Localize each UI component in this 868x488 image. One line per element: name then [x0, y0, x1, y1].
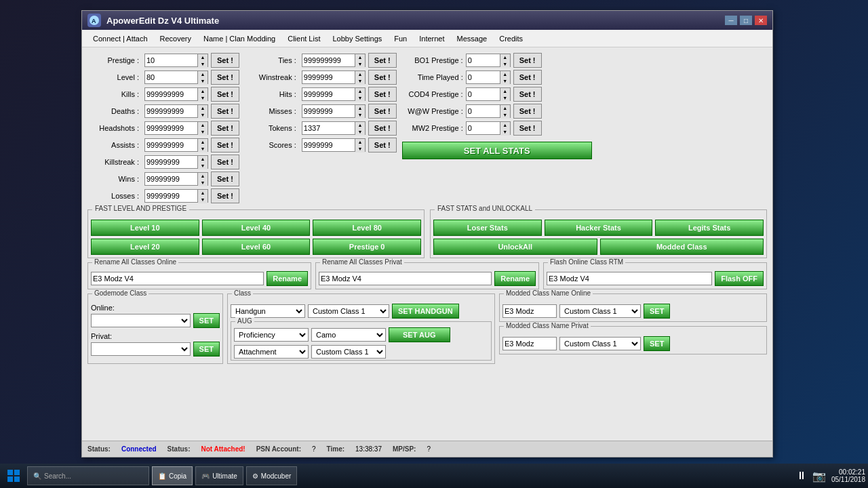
scores-set-button[interactable]: Set ! [368, 138, 397, 152]
level10-button[interactable]: Level 10 [91, 220, 199, 236]
wawprestige-spin-up[interactable]: ▲ [500, 105, 510, 112]
prestige-spin-up[interactable]: ▲ [198, 54, 208, 61]
mw2prestige-spin-up[interactable]: ▲ [500, 122, 510, 129]
killstreak-input[interactable] [144, 155, 197, 169]
godemode-online-select[interactable] [91, 314, 191, 327]
mw2prestige-set-button[interactable]: Set ! [513, 121, 542, 136]
menu-internet[interactable]: Internet [414, 33, 450, 45]
close-button[interactable]: ✕ [755, 16, 767, 25]
menu-fun[interactable]: Fun [389, 33, 412, 45]
timeplayed-spin-down[interactable]: ▼ [500, 78, 510, 85]
headshots-set-button[interactable]: Set ! [211, 121, 239, 136]
ties-set-button[interactable]: Set ! [368, 53, 397, 68]
timeplayed-set-button[interactable]: Set ! [513, 70, 542, 85]
winstreak-set-button[interactable]: Set ! [368, 70, 397, 85]
deaths-set-button[interactable]: Set ! [211, 104, 239, 119]
cod4prestige-set-button[interactable]: Set ! [513, 87, 542, 102]
menu-message[interactable]: Message [452, 33, 493, 45]
godemode-online-set-button[interactable]: SET [193, 313, 220, 328]
menu-lobby[interactable]: Lobby Settings [327, 33, 387, 45]
level-set-button[interactable]: Set ! [211, 70, 239, 85]
timeplayed-input[interactable] [466, 70, 500, 84]
tokens-input[interactable] [302, 121, 355, 135]
headshots-input[interactable] [144, 121, 197, 135]
level-input[interactable] [144, 70, 197, 84]
misses-spin-down[interactable]: ▼ [355, 112, 365, 119]
losses-input[interactable] [144, 189, 197, 203]
bo1prestige-set-button[interactable]: Set ! [513, 53, 542, 68]
cod4prestige-input[interactable] [466, 87, 500, 101]
wins-spin-up[interactable]: ▲ [198, 173, 208, 180]
rename-privat-input[interactable] [319, 272, 492, 285]
losses-set-button[interactable]: Set ! [211, 188, 239, 203]
kills-set-button[interactable]: Set ! [211, 87, 239, 102]
kills-spin-up[interactable]: ▲ [198, 88, 208, 95]
assists-input[interactable] [144, 138, 197, 152]
wins-input[interactable] [144, 172, 197, 186]
menu-name[interactable]: Name | Clan Modding [198, 33, 281, 45]
kills-spin-down[interactable]: ▼ [198, 95, 208, 102]
ties-input[interactable] [302, 54, 355, 67]
modded-privat-name-input[interactable] [502, 337, 557, 350]
winstreak-spin-down[interactable]: ▼ [355, 78, 365, 85]
mw2prestige-spin-down[interactable]: ▼ [500, 129, 510, 136]
losses-spin-down[interactable]: ▼ [198, 197, 208, 203]
level-spin-down[interactable]: ▼ [198, 78, 208, 85]
taskbar-modcuber[interactable]: ⚙ Modcuber [246, 466, 297, 485]
modded-online-set-button[interactable]: SET [644, 304, 670, 319]
taskbar-search[interactable]: 🔍 Search... [27, 466, 149, 485]
modded-class-button[interactable]: Modded Class [600, 239, 764, 255]
hits-input[interactable] [302, 87, 355, 101]
bo1prestige-spin-down[interactable]: ▼ [500, 61, 510, 68]
maximize-button[interactable]: □ [740, 16, 752, 25]
hits-spin-up[interactable]: ▲ [355, 88, 365, 95]
hacker-stats-button[interactable]: Hacker Stats [545, 220, 653, 236]
wins-set-button[interactable]: Set ! [211, 171, 239, 186]
headshots-spin-down[interactable]: ▼ [198, 129, 208, 136]
godemode-privat-set-button[interactable]: SET [193, 342, 220, 357]
minimize-button[interactable]: ─ [725, 16, 737, 25]
timeplayed-spin-up[interactable]: ▲ [500, 71, 510, 78]
misses-set-button[interactable]: Set ! [368, 104, 397, 119]
level-spin-up[interactable]: ▲ [198, 71, 208, 78]
level80-button[interactable]: Level 80 [313, 220, 421, 236]
attachment-class-select[interactable]: Custom Class 1 Custom Class 2 [311, 345, 386, 359]
class-weapon-class-select[interactable]: Custom Class 1 Custom Class 2 Custom Cla… [308, 304, 389, 318]
tokens-spin-down[interactable]: ▼ [355, 129, 365, 136]
legits-stats-button[interactable]: Legits Stats [655, 220, 764, 236]
assists-set-button[interactable]: Set ! [211, 138, 239, 152]
ties-spin-down[interactable]: ▼ [355, 61, 365, 68]
headshots-spin-up[interactable]: ▲ [198, 122, 208, 129]
camo-select[interactable]: Camo [311, 328, 386, 342]
attachment-select[interactable]: Attachment [234, 345, 309, 359]
set-all-stats-button[interactable]: SET ALL STATS [402, 142, 592, 159]
bo1prestige-spin-up[interactable]: ▲ [500, 54, 510, 61]
killstreak-spin-up[interactable]: ▲ [198, 156, 208, 163]
rename-privat-button[interactable]: Rename [494, 271, 536, 286]
menu-client[interactable]: Client List [282, 33, 326, 45]
wawprestige-spin-down[interactable]: ▼ [500, 112, 510, 119]
level20-button[interactable]: Level 20 [91, 239, 199, 255]
level40-button[interactable]: Level 40 [202, 220, 311, 236]
hits-set-button[interactable]: Set ! [368, 87, 397, 102]
menu-credits[interactable]: Credits [494, 33, 528, 45]
taskbar-ultimate[interactable]: 🎮 Ultimate [195, 466, 243, 485]
modded-privat-class-select[interactable]: Custom Class 1 Custom Class 2 [559, 337, 641, 350]
class-weapon-select[interactable]: Handgun [231, 304, 305, 318]
hits-spin-down[interactable]: ▼ [355, 95, 365, 102]
assists-spin-down[interactable]: ▼ [198, 146, 208, 152]
bo1prestige-input[interactable] [466, 54, 500, 67]
start-button[interactable] [3, 466, 24, 485]
winstreak-input[interactable] [302, 70, 355, 84]
tokens-spin-up[interactable]: ▲ [355, 122, 365, 129]
cod4prestige-spin-down[interactable]: ▼ [500, 95, 510, 102]
kills-input[interactable] [144, 87, 197, 101]
wawprestige-set-button[interactable]: Set ! [513, 104, 542, 119]
prestige-set-button[interactable]: Set ! [211, 53, 239, 68]
modded-online-name-input[interactable] [502, 304, 557, 318]
godemode-privat-select[interactable] [91, 342, 191, 356]
killstreak-spin-down[interactable]: ▼ [198, 163, 208, 169]
prestige-input[interactable] [144, 54, 197, 67]
scores-spin-down[interactable]: ▼ [355, 146, 365, 152]
prestige0-button[interactable]: Prestige 0 [313, 239, 421, 255]
